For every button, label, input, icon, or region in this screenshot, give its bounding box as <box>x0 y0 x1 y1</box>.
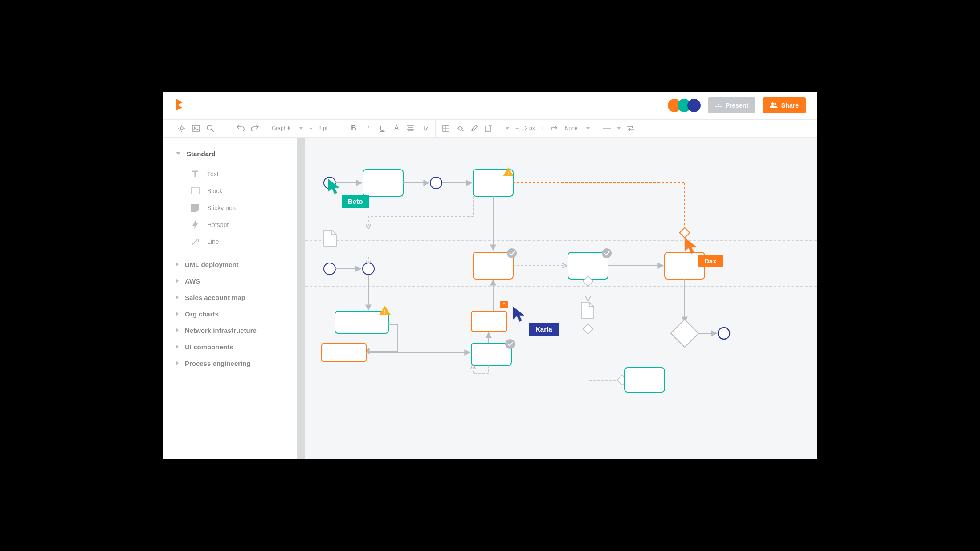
clear-format-icon[interactable]: T <box>421 124 429 132</box>
sidebar-cat-label: UI components <box>185 343 233 351</box>
play-icon <box>715 102 722 109</box>
sidebar-item-hotspot[interactable]: Hotspot <box>163 216 297 233</box>
image-icon[interactable] <box>192 124 200 132</box>
align-icon[interactable] <box>407 124 415 132</box>
gateway-diamond[interactable] <box>680 227 690 238</box>
sidebar-item-label: Block <box>207 187 222 194</box>
chevron-down-icon[interactable] <box>617 127 621 130</box>
line-style: None <box>565 125 578 131</box>
shape-icon[interactable] <box>442 124 450 132</box>
stroke-width[interactable]: 2 px <box>525 125 535 131</box>
connector-icon[interactable] <box>551 124 559 132</box>
canvas-area[interactable]: ! <box>297 138 817 459</box>
sticky-icon <box>190 203 200 213</box>
font-size[interactable]: 8 pt <box>318 125 327 131</box>
task-block[interactable] <box>322 343 366 362</box>
cursor-name: Dax <box>698 255 723 267</box>
task-block[interactable] <box>625 368 665 392</box>
task-block[interactable] <box>568 252 608 279</box>
sidebar-cat-label: Sales account map <box>185 294 245 301</box>
cursor-name: Karla <box>529 323 559 336</box>
share-button[interactable]: Share <box>763 97 806 113</box>
italic-icon[interactable]: I <box>364 124 372 132</box>
undo-icon[interactable] <box>237 124 245 132</box>
text-icon <box>190 169 200 179</box>
cursor-name: Beto <box>342 195 369 208</box>
check-badge <box>505 339 515 349</box>
people-icon <box>770 102 778 109</box>
sidebar-item-line[interactable]: Line <box>163 233 297 250</box>
document-icon[interactable] <box>324 230 336 246</box>
task-block[interactable] <box>363 170 403 196</box>
sidebar-cat-aws[interactable]: AWS <box>163 273 297 289</box>
svg-text:”: ” <box>503 302 505 307</box>
pencil-icon[interactable] <box>470 124 478 132</box>
task-block[interactable] <box>471 343 511 365</box>
chevron-right-icon <box>176 262 179 267</box>
collaborator-cursor-dax: Dax <box>685 238 723 267</box>
redo-icon[interactable] <box>251 124 259 132</box>
search-icon[interactable] <box>206 124 214 132</box>
task-block[interactable] <box>471 311 507 332</box>
decrease-font[interactable]: − <box>309 125 312 131</box>
svg-point-2 <box>774 103 776 105</box>
document-icon[interactable] <box>581 302 594 318</box>
sidebar-item-block[interactable]: Block <box>163 182 297 199</box>
svg-point-1 <box>771 102 774 105</box>
sidebar-cat-standard[interactable]: Standard <box>163 146 297 162</box>
arrow-start-icon[interactable] <box>603 124 611 132</box>
chevron-right-icon <box>176 279 179 283</box>
decrease-stroke[interactable]: − <box>515 125 519 131</box>
check-badge <box>602 248 612 258</box>
sidebar-cat-label: UML deployment <box>185 261 239 268</box>
avatar[interactable] <box>687 99 701 112</box>
sidebar-item-label: Line <box>207 238 219 245</box>
present-button[interactable]: Present <box>708 97 755 113</box>
line-style-select[interactable]: None <box>565 125 590 131</box>
intermediate-event[interactable] <box>430 177 442 189</box>
present-label: Present <box>726 102 748 109</box>
chevron-right-icon <box>176 295 179 300</box>
bold-icon[interactable]: B <box>350 124 358 132</box>
sidebar-cat-process[interactable]: Process engineering <box>163 355 297 372</box>
sidebar-cat-uml[interactable]: UML deployment <box>163 256 297 273</box>
sidebar-cat-ui[interactable]: UI components <box>163 339 297 355</box>
text-color-icon[interactable]: A <box>392 124 400 132</box>
gateway-diamond[interactable] <box>671 319 698 347</box>
svg-line-29 <box>192 239 197 245</box>
collaborator-avatars[interactable] <box>668 99 701 112</box>
fill-icon[interactable] <box>456 124 464 132</box>
sidebar-cat-network[interactable]: Network infrastructure <box>163 322 297 339</box>
gateway-diamond[interactable] <box>583 324 593 334</box>
check-shape-icon[interactable] <box>485 124 493 132</box>
svg-line-10 <box>180 130 180 131</box>
app-window: Present Share Graphik − 8 pt + B I <box>163 92 817 459</box>
svg-line-9 <box>184 130 184 131</box>
gear-icon[interactable] <box>178 124 186 132</box>
task-block[interactable] <box>473 252 513 279</box>
chevron-right-icon <box>176 361 179 365</box>
underline-icon[interactable]: U <box>378 124 386 132</box>
share-label: Share <box>781 102 799 109</box>
chevron-down-icon <box>299 127 303 130</box>
font-select[interactable]: Graphik <box>272 125 303 131</box>
intermediate-event[interactable] <box>363 263 374 275</box>
sidebar-cat-sales[interactable]: Sales account map <box>163 289 297 306</box>
swap-icon[interactable] <box>627 124 635 132</box>
svg-rect-26 <box>485 126 490 131</box>
increase-stroke[interactable]: + <box>541 125 544 131</box>
sidebar-item-sticky[interactable]: Sticky note <box>163 199 297 216</box>
start-event[interactable] <box>324 263 335 275</box>
increase-font[interactable]: + <box>334 125 337 131</box>
end-event[interactable] <box>718 328 730 339</box>
hotspot-icon <box>190 220 200 230</box>
sidebar-item-text[interactable]: Text <box>163 166 297 182</box>
sidebar-cat-org[interactable]: Org charts <box>163 306 297 322</box>
chevron-down-icon[interactable] <box>506 127 509 130</box>
app-logo[interactable] <box>174 98 184 113</box>
block-icon <box>190 186 200 196</box>
sidebar-cat-label: Standard <box>187 150 216 158</box>
chevron-right-icon <box>176 344 179 349</box>
cursor-icon <box>328 179 341 194</box>
cursor-icon <box>685 238 698 254</box>
